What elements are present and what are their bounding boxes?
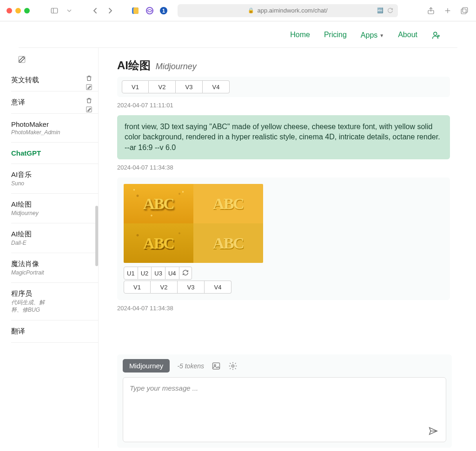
close-window[interactable] xyxy=(7,8,12,13)
u2-button[interactable]: U2 xyxy=(138,267,152,280)
image-icon[interactable] xyxy=(212,361,221,371)
main-column: AI绘图 Midjourney V1 V2 V3 V4 2024-04-07 1… xyxy=(99,48,470,448)
compose-button[interactable] xyxy=(11,55,98,69)
v2-button[interactable]: V2 xyxy=(151,281,178,294)
user-message: front view, 3D text saying "ABC" made of… xyxy=(117,115,450,159)
message-input[interactable] xyxy=(129,383,440,436)
sidebar-item-free-translation[interactable]: 意译 xyxy=(11,92,98,114)
maximize-window[interactable] xyxy=(24,8,30,13)
chevron-down-icon: ▼ xyxy=(379,33,384,38)
url-bar[interactable]: 🔒 app.aimindwork.com/chat/ 🔤 xyxy=(178,4,398,17)
refresh-button[interactable] xyxy=(179,267,192,280)
sidebar-item-translate[interactable]: 翻译 xyxy=(11,320,98,343)
trash-icon[interactable] xyxy=(86,97,93,104)
token-cost: -5 tokens xyxy=(177,362,204,370)
svg-rect-3 xyxy=(133,7,139,14)
result-image-3[interactable]: ABC xyxy=(124,223,193,263)
sidebar: 英文转载 意译 PhotoMaker xyxy=(6,48,99,448)
sidebar-item-english-repost[interactable]: 英文转载 xyxy=(11,69,98,92)
u1-button[interactable]: U1 xyxy=(124,267,138,280)
sidebar-toggle-icon[interactable] xyxy=(49,6,60,16)
sidebar-item-ai-draw-midjourney[interactable]: AI绘图 Midjourney xyxy=(11,194,98,223)
svg-point-12 xyxy=(434,32,437,35)
edit-icon[interactable] xyxy=(86,84,93,91)
v1-button[interactable]: V1 xyxy=(122,80,149,93)
lock-icon: 🔒 xyxy=(248,7,254,13)
trash-icon[interactable] xyxy=(86,75,93,82)
variation-card-prev: V1 V2 V3 V4 xyxy=(117,77,450,97)
share-icon[interactable] xyxy=(426,6,436,16)
nav-apps[interactable]: Apps ▼ xyxy=(361,31,384,40)
window-traffic-lights xyxy=(7,8,30,13)
v4-button[interactable]: V4 xyxy=(205,281,231,294)
page-title: AI绘图 Midjourney xyxy=(117,58,452,73)
nav-pricing[interactable]: Pricing xyxy=(324,31,347,40)
svg-rect-11 xyxy=(461,9,466,14)
edit-icon[interactable] xyxy=(86,106,93,113)
model-pill[interactable]: Midjourney xyxy=(123,359,170,373)
result-image-4[interactable]: ABC xyxy=(193,223,263,263)
generation-card: ABC ABC ABC ABC U1 U2 U3 U4 V1 V2 xyxy=(117,177,450,300)
message-input-container[interactable] xyxy=(123,377,446,442)
chat-scroll[interactable]: V1 V2 V3 V4 2024-04-07 11:11:01 front vi… xyxy=(117,74,452,351)
sidebar-item-chatgpt[interactable]: ChatGPT xyxy=(11,143,98,164)
user-icon[interactable] xyxy=(431,31,441,40)
v2-button[interactable]: V2 xyxy=(149,80,176,93)
sidebar-item-ai-music[interactable]: AI音乐 Suno xyxy=(11,164,98,194)
u4-button[interactable]: U4 xyxy=(165,267,179,280)
svg-text:1: 1 xyxy=(162,8,165,13)
v3-button[interactable]: V3 xyxy=(176,80,203,93)
svg-rect-17 xyxy=(212,363,219,369)
result-image-2[interactable]: ABC xyxy=(193,184,263,223)
sidebar-item-ai-draw-dalle[interactable]: AI绘图 Dall-E xyxy=(11,223,98,253)
sidebar-item-magic-portrait[interactable]: 魔法肖像 MagicPortrait xyxy=(11,253,98,283)
url-text: app.aimindwork.com/chat/ xyxy=(257,7,327,14)
extension-icon-3[interactable]: 1 xyxy=(159,6,168,15)
sidebar-item-programmer[interactable]: 程序员 代码生成、解释、修BUG xyxy=(11,283,98,320)
nav-back-button[interactable] xyxy=(90,6,100,16)
new-tab-icon[interactable] xyxy=(443,6,453,16)
result-image-1[interactable]: ABC xyxy=(124,184,193,223)
sidebar-item-photomaker[interactable]: PhotoMaker PhotoMaker_Admin xyxy=(11,114,98,143)
nav-forward-button[interactable] xyxy=(105,6,115,16)
gear-icon[interactable] xyxy=(228,361,238,371)
timestamp: 2024-04-07 11:11:01 xyxy=(117,102,450,109)
v4-button[interactable]: V4 xyxy=(203,80,230,93)
top-nav: Home Pricing Apps ▼ About xyxy=(19,21,457,48)
nav-about[interactable]: About xyxy=(398,31,417,40)
v3-button[interactable]: V3 xyxy=(178,281,205,294)
timestamp: 2024-04-07 11:34:38 xyxy=(117,164,450,171)
nav-home[interactable]: Home xyxy=(290,31,310,40)
svg-point-19 xyxy=(231,365,234,367)
sidebar-scrollbar[interactable] xyxy=(95,206,98,266)
composer: Midjourney -5 tokens xyxy=(117,354,452,448)
translate-icon[interactable]: 🔤 xyxy=(377,7,383,13)
v1-button[interactable]: V1 xyxy=(124,281,151,294)
chevron-down-icon[interactable] xyxy=(64,6,74,16)
extension-icon-2[interactable] xyxy=(145,6,154,15)
minimize-window[interactable] xyxy=(15,8,21,13)
u3-button[interactable]: U3 xyxy=(152,267,165,280)
timestamp: 2024-04-07 11:34:38 xyxy=(117,305,450,312)
svg-rect-0 xyxy=(51,8,58,13)
send-button[interactable] xyxy=(428,426,438,436)
browser-toolbar: 1 🔒 app.aimindwork.com/chat/ 🔤 xyxy=(0,0,476,21)
extension-icon-1[interactable] xyxy=(131,6,140,15)
svg-rect-10 xyxy=(463,7,468,13)
tabs-overview-icon[interactable] xyxy=(459,6,469,16)
reload-icon[interactable] xyxy=(387,7,393,13)
image-grid[interactable]: ABC ABC ABC ABC xyxy=(124,184,263,263)
